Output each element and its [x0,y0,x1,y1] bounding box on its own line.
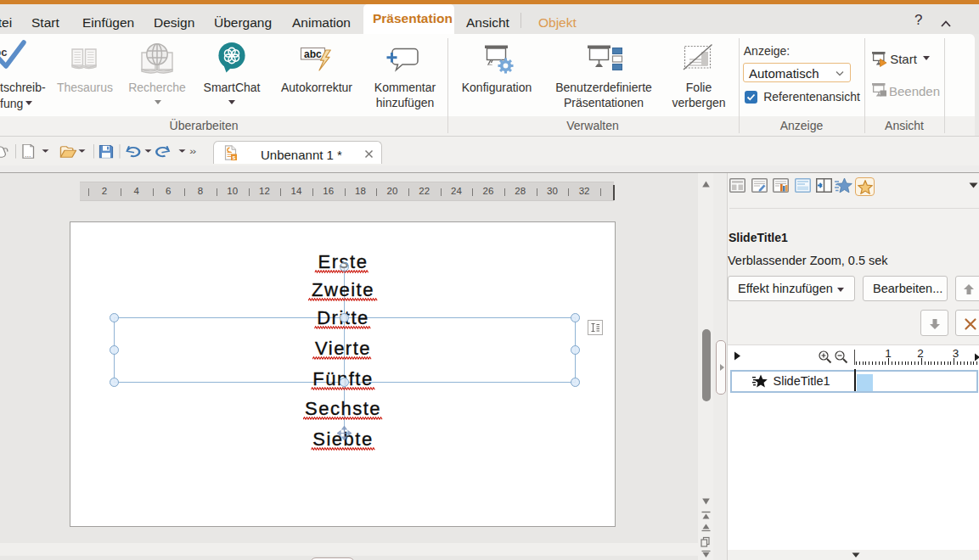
svg-text:s: s [233,154,236,160]
svg-text:»: » [189,146,196,156]
svg-text:...: ... [25,152,31,158]
